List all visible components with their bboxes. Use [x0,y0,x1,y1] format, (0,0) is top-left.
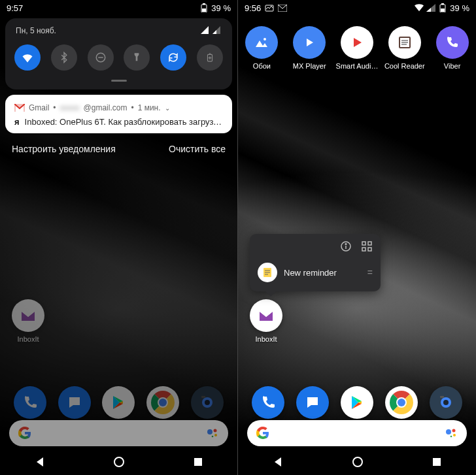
inboxit-label: InboxIt [255,335,277,343]
shortcut-new-reminder[interactable]: New reminder = [250,257,381,287]
status-battery: 39 % [450,3,469,13]
clear-all-link[interactable]: Очистить все [169,144,226,154]
app-wallpapers[interactable]: Обои [240,26,283,70]
qs-toggle-battery-saver[interactable] [197,44,223,71]
wifi-icon [415,3,424,12]
notif-account-blur: xxxxx [60,103,80,112]
app-info-icon[interactable] [340,240,352,252]
screenshot-icon [265,3,274,12]
notification-card[interactable]: Gmail • xxxxx@gmail.com • 1 мин. ⌄ я Inb… [5,95,232,133]
inboxit-shortcut[interactable]: InboxIt [12,299,44,343]
dock-phone[interactable] [246,386,290,419]
qs-toggles-row [14,42,223,73]
svg-point-17 [205,400,210,405]
nav-recents[interactable] [432,457,442,467]
svg-rect-40 [368,242,371,245]
reminder-icon [258,263,277,282]
app-viber[interactable]: Viber [431,26,474,70]
dock-chrome[interactable] [380,386,423,419]
qs-toggle-flashlight[interactable] [124,44,150,71]
assistant-icon[interactable] [445,427,458,440]
signal-icon [426,3,435,12]
inboxit-shortcut[interactable]: InboxIt [250,299,282,343]
dock-play-store[interactable] [335,386,379,419]
navigation-bar [0,449,237,475]
svg-rect-29 [441,8,445,12]
nav-back[interactable] [34,456,46,468]
search-bar[interactable] [247,420,467,446]
qs-date: Пн, 5 нояб. [16,26,56,35]
battery-icon [438,3,447,12]
qs-toggle-wifi[interactable] [14,44,41,71]
svg-point-23 [114,457,124,467]
qs-toggle-autorotate[interactable] [160,44,186,71]
notif-sender: я [14,117,20,127]
svg-rect-2 [202,8,206,12]
notif-time: 1 мин. [138,103,161,112]
qs-toggle-dnd[interactable] [88,44,114,71]
qs-signal-icons [201,26,222,35]
google-g-icon [18,427,31,440]
inboxit-icon [250,299,282,332]
nav-home[interactable] [113,456,125,468]
nav-recents[interactable] [193,457,203,467]
svg-rect-42 [368,248,371,251]
svg-point-20 [214,429,217,433]
svg-rect-39 [362,242,366,245]
battery-icon [199,3,209,12]
quick-settings-panel[interactable]: Пн, 5 нояб. [5,18,232,90]
svg-point-52 [398,399,405,406]
shortcut-popup: New reminder = [250,234,381,291]
dock-phone[interactable] [8,386,52,419]
svg-point-54 [443,400,449,405]
inboxit-label: InboxIt [17,335,39,343]
notification-actions: Настроить уведомления Очистить все [7,140,231,161]
google-g-icon [256,427,269,440]
svg-point-15 [159,399,167,406]
notif-subject: Inboxed: OnePlus 6T. Как разблокировать … [25,117,223,127]
app-cool-reader[interactable]: Cool Reader [383,26,426,70]
shortcut-label: New reminder [284,268,337,278]
svg-rect-18 [201,396,205,398]
svg-rect-24 [194,458,202,466]
status-battery: 39 % [211,3,231,13]
svg-point-60 [353,457,362,467]
svg-point-38 [345,244,347,245]
svg-point-21 [214,434,217,436]
svg-point-56 [446,429,451,434]
widgets-icon[interactable] [361,240,373,252]
dock-play-store[interactable] [97,386,140,419]
dock-camera[interactable] [424,386,468,419]
svg-point-19 [207,429,212,434]
app-mx-player[interactable]: MX Player [288,26,331,70]
app-smart-audio[interactable]: Smart Audi… [335,26,379,70]
svg-rect-1 [203,3,205,5]
dock-messages[interactable] [291,386,334,419]
svg-point-22 [212,436,214,438]
drag-handle-icon[interactable]: = [367,267,373,278]
nav-home[interactable] [352,456,364,468]
status-time: 9:56 [245,3,261,13]
nav-back[interactable] [272,456,284,468]
qs-toggle-bluetooth[interactable] [51,44,77,71]
dock-chrome[interactable] [141,386,184,419]
search-bar[interactable] [9,420,228,446]
chevron-down-icon[interactable]: ⌄ [165,105,170,112]
svg-rect-41 [362,248,366,251]
svg-point-59 [450,436,452,438]
manage-notifications-link[interactable]: Настроить уведомления [12,144,116,154]
app-row-top: Обои MX Player Smart Audi… Cool Reader V… [238,26,476,70]
status-bar: 9:57 39 % [0,0,237,16]
dock [0,386,237,419]
dock-messages[interactable] [53,386,96,419]
notif-account: @gmail.com [84,103,128,112]
phone-right: 9:56 39 % Обои MX Player Smart Audi… Coo… [238,0,476,475]
svg-point-58 [453,434,456,436]
svg-point-57 [452,429,456,433]
qs-expand-handle[interactable] [111,80,127,82]
gmail-status-icon [278,3,287,12]
assistant-icon[interactable] [206,427,219,440]
dock-camera[interactable] [186,386,229,419]
svg-rect-28 [441,3,444,5]
gmail-icon [14,103,25,113]
